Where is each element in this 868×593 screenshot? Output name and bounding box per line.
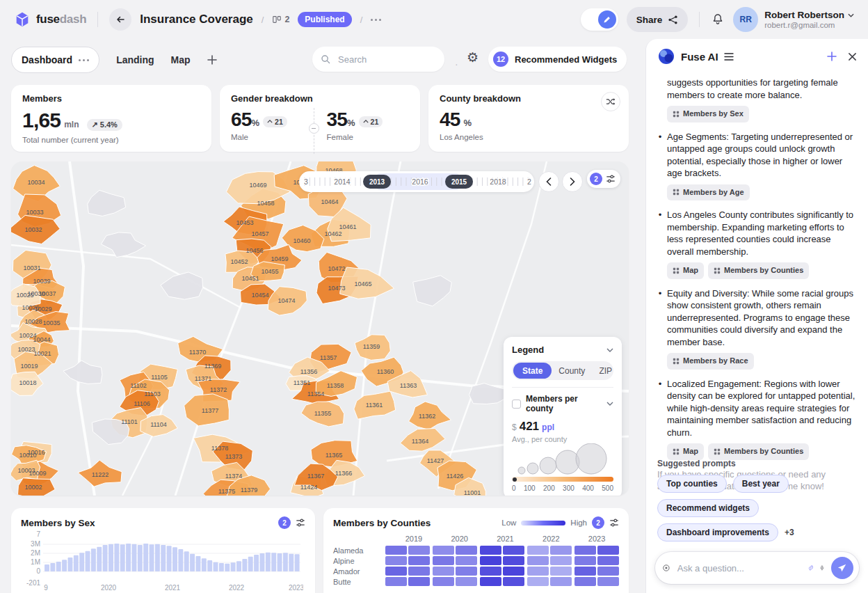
- heatmap-cell: [480, 577, 501, 586]
- heatmap-years: 20192020202120222023: [392, 535, 619, 543]
- fuse-ai-panel: Fuse AI suggests opportunities for targe…: [645, 39, 868, 593]
- zip-label: 10033: [26, 209, 43, 216]
- search-input[interactable]: [337, 54, 427, 65]
- timeline-next-button[interactable]: [562, 171, 583, 192]
- back-button[interactable]: [109, 8, 131, 31]
- add-tab-icon[interactable]: [207, 55, 217, 65]
- zip-label: 11361: [366, 402, 383, 409]
- new-chat-icon[interactable]: [827, 52, 837, 61]
- edit-mode-toggle[interactable]: [581, 8, 618, 31]
- suggested-prompts: Suggested prompts Top countiesBest yearR…: [657, 459, 857, 541]
- gear-icon[interactable]: ⚙: [467, 51, 479, 64]
- zip-label: 11362: [419, 413, 435, 420]
- zip-label: 10031: [23, 264, 40, 271]
- map-region[interactable]: [101, 232, 145, 258]
- close-icon[interactable]: [848, 52, 857, 61]
- attach-icon[interactable]: [807, 562, 813, 574]
- map-filter-badge: 2: [590, 173, 602, 185]
- zip-label: 11426: [447, 473, 463, 480]
- map-region[interactable]: [413, 276, 452, 306]
- ai-message: •Age Segments: Targeting underrepresente…: [657, 131, 857, 180]
- heatmap-cell: [574, 567, 596, 576]
- members-card: Members 1,65 mln ↗ 5.4% Total number (cu…: [11, 85, 211, 152]
- widget-tag[interactable]: Members by Age: [667, 184, 750, 201]
- zip-label: 11355: [314, 410, 331, 417]
- level-county[interactable]: County: [552, 366, 592, 376]
- widget-tag[interactable]: Members by Counties: [708, 443, 809, 460]
- share-button[interactable]: Share: [627, 7, 689, 32]
- search-box[interactable]: [312, 47, 444, 72]
- heatmap-cell: [433, 556, 454, 565]
- heatmap-cell: [433, 546, 454, 555]
- heatmap-grid: AlamedaAlpineAmadorButte: [333, 546, 619, 586]
- heatmap-cell: [408, 546, 430, 555]
- bubble-size-step: [527, 463, 538, 474]
- heatmap-cell: [456, 546, 477, 555]
- prompt-chip[interactable]: Dashboard improvements: [657, 523, 778, 541]
- send-button[interactable]: [831, 557, 853, 579]
- heatmap-cell: [503, 546, 524, 555]
- user-menu[interactable]: RR Robert Robertson robert.r@gmail.com: [733, 7, 854, 32]
- recommended-widgets-button[interactable]: 12 Recommended Widgets: [488, 47, 627, 72]
- map-region[interactable]: [63, 361, 102, 384]
- timeline-year-label: 2018: [490, 177, 506, 186]
- more-menu-icon[interactable]: [371, 19, 381, 21]
- sex-bar: [50, 563, 55, 571]
- card-title: Gender breakdown: [231, 93, 409, 104]
- more-prompts[interactable]: +3: [785, 528, 794, 537]
- widget-tag[interactable]: Members by Race: [667, 353, 754, 370]
- chevron-down-icon[interactable]: [606, 402, 613, 406]
- sliders-icon[interactable]: [296, 518, 305, 528]
- prompt-chip[interactable]: Best year: [733, 475, 789, 493]
- timeline-prev-button[interactable]: [538, 171, 559, 192]
- widget-tag[interactable]: Members by Sex: [667, 106, 749, 122]
- mic-icon[interactable]: [819, 562, 825, 574]
- tab-landing[interactable]: Landing: [116, 54, 154, 65]
- widget-tag[interactable]: Map: [667, 443, 704, 460]
- zip-label: 10458: [257, 200, 274, 207]
- map-filter-button[interactable]: 2: [587, 170, 620, 188]
- prompt-chip[interactable]: Top counties: [657, 475, 727, 493]
- zip-label: 11369: [204, 363, 221, 370]
- timeline-slider[interactable]: 3201420162018220132015: [299, 171, 534, 192]
- bell-icon[interactable]: [711, 13, 725, 26]
- widget-tag[interactable]: Map: [667, 262, 704, 279]
- members-value: 1,65: [22, 109, 61, 132]
- ask-question-input[interactable]: [676, 562, 801, 574]
- divider-handle[interactable]: [309, 123, 319, 134]
- tab-map[interactable]: Map: [171, 54, 191, 65]
- share-icon: [668, 15, 678, 25]
- zip-label: 10029: [34, 306, 51, 313]
- chart-title: Members by Counties: [333, 518, 431, 528]
- sliders-icon[interactable]: [609, 518, 619, 528]
- scale-tick: 500: [602, 484, 613, 492]
- tab-dashboard[interactable]: Dashboard: [11, 47, 99, 73]
- divider: [699, 12, 700, 27]
- status-badge: Published: [298, 12, 351, 27]
- zip-label: 11105: [151, 374, 168, 381]
- level-state[interactable]: State: [513, 363, 552, 379]
- widget-icon: [714, 267, 721, 274]
- zip-label: 10452: [230, 258, 248, 265]
- sex-bar: [97, 547, 102, 571]
- sex-bar: [283, 553, 288, 571]
- menu-icon[interactable]: [724, 53, 734, 61]
- legend-collapse-icon[interactable]: [606, 348, 613, 352]
- metric-checkbox[interactable]: [512, 400, 521, 409]
- heatmap-cell: [503, 556, 524, 565]
- sex-bar: [214, 562, 218, 571]
- ask-input-bar[interactable]: [655, 552, 859, 584]
- zip-label: 11351: [294, 379, 310, 386]
- swap-widget-button[interactable]: [601, 92, 620, 111]
- gender-card: Gender breakdown 65%21 Male 35%21 Female: [220, 85, 420, 152]
- shuffle-icon: [606, 97, 616, 106]
- tab-options-icon[interactable]: [79, 59, 89, 61]
- widget-tag[interactable]: Members by Counties: [708, 262, 809, 279]
- level-zip[interactable]: ZIP: [592, 366, 619, 376]
- scale-tick: 200: [543, 484, 555, 492]
- map-region[interactable]: [161, 272, 203, 299]
- zip-label: 10451: [241, 275, 259, 282]
- map-region[interactable]: [88, 190, 126, 216]
- prompt-chip[interactable]: Recommend widgets: [657, 499, 759, 517]
- legend-title: Legend: [512, 345, 544, 355]
